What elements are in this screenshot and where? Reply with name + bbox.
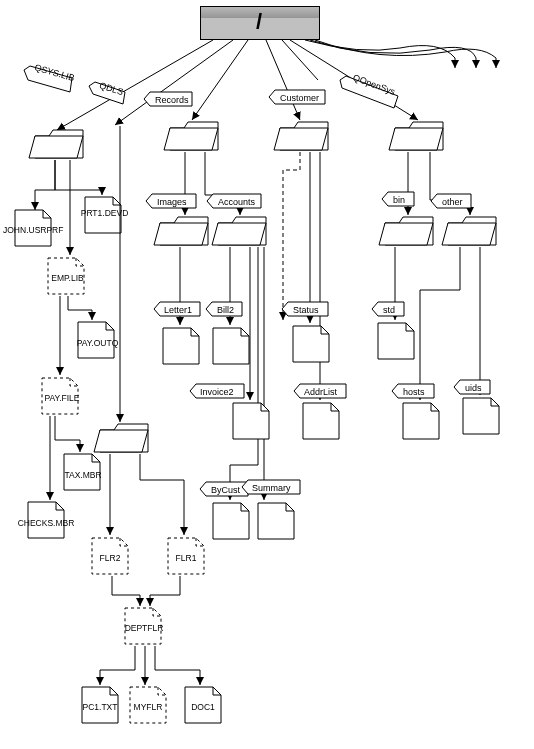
file-icon [82, 687, 118, 723]
file-icon [185, 687, 221, 723]
filesystem-diagram: / [0, 0, 534, 749]
file-icon [28, 502, 64, 538]
folder-icon [154, 217, 208, 245]
file-icon-dashed [42, 378, 78, 414]
file-icon-dashed [125, 608, 161, 644]
file-icon [403, 403, 439, 439]
folder-icon [442, 217, 496, 245]
file-icon [303, 403, 339, 439]
file-icon [163, 328, 199, 364]
file-icon [15, 210, 51, 246]
folder-icon [379, 217, 433, 245]
file-icon [213, 328, 249, 364]
file-icon [233, 403, 269, 439]
folder-icon [389, 122, 443, 150]
folder-icon [164, 122, 218, 150]
file-icon [64, 454, 100, 490]
file-icon-dashed [130, 687, 166, 723]
file-icon-dashed [48, 258, 84, 294]
folder-icon [274, 122, 328, 150]
file-icon [293, 326, 329, 362]
file-icon [85, 197, 121, 233]
folder-icon [212, 217, 266, 245]
file-icon-dashed [92, 538, 128, 574]
file-icon [78, 322, 114, 358]
file-icon [378, 323, 414, 359]
file-icon [213, 503, 249, 539]
folder-icon [94, 424, 148, 452]
file-icon-dashed [168, 538, 204, 574]
diagram-svg [0, 0, 534, 749]
folder-icon [29, 130, 83, 158]
file-icon [463, 398, 499, 434]
file-icon [258, 503, 294, 539]
